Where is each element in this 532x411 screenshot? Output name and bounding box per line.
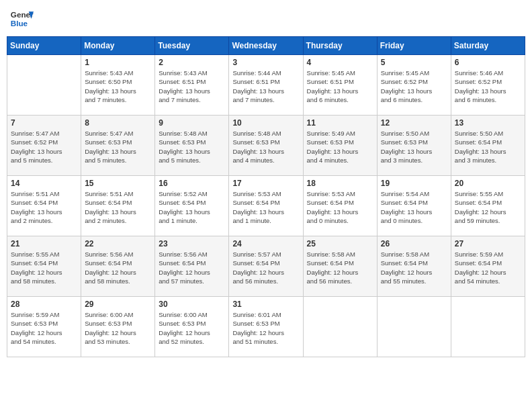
- day-number: 1: [85, 58, 151, 67]
- calendar-cell: 10Sunrise: 5:48 AMSunset: 6:53 PMDayligh…: [229, 116, 303, 176]
- day-number: 31: [232, 300, 299, 309]
- day-info: Sunrise: 5:43 AMSunset: 6:50 PMDaylight:…: [85, 68, 151, 104]
- calendar-cell: 13Sunrise: 5:50 AMSunset: 6:54 PMDayligh…: [451, 116, 525, 176]
- calendar-header-row: SundayMondayTuesdayWednesdayThursdayFrid…: [7, 37, 525, 55]
- day-info: Sunrise: 6:01 AMSunset: 6:53 PMDaylight:…: [232, 310, 299, 346]
- logo: General Blue: [9, 7, 34, 31]
- day-number: 15: [85, 179, 151, 188]
- day-info: Sunrise: 5:57 AMSunset: 6:54 PMDaylight:…: [232, 250, 299, 285]
- day-info: Sunrise: 5:59 AMSunset: 6:53 PMDaylight:…: [11, 310, 77, 346]
- calendar-cell: 3Sunrise: 5:44 AMSunset: 6:51 PMDaylight…: [229, 55, 303, 116]
- day-number: 22: [85, 239, 151, 248]
- day-number: 25: [307, 239, 373, 248]
- calendar-cell: [7, 55, 81, 116]
- day-number: 6: [455, 58, 521, 67]
- calendar-cell: 5Sunrise: 5:45 AMSunset: 6:52 PMDaylight…: [377, 55, 451, 116]
- calendar-table: SundayMondayTuesdayWednesdayThursdayFrid…: [7, 36, 525, 357]
- day-number: 10: [232, 118, 299, 128]
- day-info: Sunrise: 5:51 AMSunset: 6:54 PMDaylight:…: [11, 189, 77, 225]
- calendar-cell: 9Sunrise: 5:48 AMSunset: 6:53 PMDaylight…: [155, 116, 229, 176]
- calendar-cell: 7Sunrise: 5:47 AMSunset: 6:52 PMDaylight…: [7, 116, 81, 176]
- calendar-cell: 11Sunrise: 5:49 AMSunset: 6:53 PMDayligh…: [303, 116, 377, 176]
- svg-text:Blue: Blue: [11, 19, 28, 28]
- calendar-cell: 18Sunrise: 5:53 AMSunset: 6:54 PMDayligh…: [303, 176, 377, 236]
- calendar-week-3: 14Sunrise: 5:51 AMSunset: 6:54 PMDayligh…: [7, 176, 525, 236]
- day-number: 14: [11, 179, 77, 188]
- column-header-tuesday: Tuesday: [155, 37, 229, 55]
- calendar-cell: 20Sunrise: 5:55 AMSunset: 6:54 PMDayligh…: [451, 176, 525, 236]
- calendar-cell: 14Sunrise: 5:51 AMSunset: 6:54 PMDayligh…: [7, 176, 81, 236]
- column-header-saturday: Saturday: [451, 37, 525, 55]
- calendar-cell: 1Sunrise: 5:43 AMSunset: 6:50 PMDaylight…: [81, 55, 155, 116]
- day-number: 13: [455, 118, 521, 128]
- day-number: 17: [232, 179, 299, 188]
- day-info: Sunrise: 5:48 AMSunset: 6:53 PMDaylight:…: [159, 129, 225, 165]
- calendar-body: 1Sunrise: 5:43 AMSunset: 6:50 PMDaylight…: [7, 55, 525, 357]
- page-header: General Blue: [7, 7, 525, 31]
- day-info: Sunrise: 5:53 AMSunset: 6:54 PMDaylight:…: [232, 189, 299, 225]
- column-header-sunday: Sunday: [7, 37, 81, 55]
- day-number: 12: [381, 118, 447, 128]
- day-info: Sunrise: 5:45 AMSunset: 6:51 PMDaylight:…: [307, 68, 373, 104]
- day-number: 26: [381, 239, 447, 248]
- calendar-week-4: 21Sunrise: 5:55 AMSunset: 6:54 PMDayligh…: [7, 236, 525, 297]
- calendar-cell: 2Sunrise: 5:43 AMSunset: 6:51 PMDaylight…: [155, 55, 229, 116]
- day-number: 21: [11, 239, 77, 248]
- day-number: 28: [11, 300, 77, 309]
- day-info: Sunrise: 6:00 AMSunset: 6:53 PMDaylight:…: [159, 310, 225, 346]
- calendar-cell: 4Sunrise: 5:45 AMSunset: 6:51 PMDaylight…: [303, 55, 377, 116]
- day-info: Sunrise: 5:52 AMSunset: 6:54 PMDaylight:…: [159, 189, 225, 225]
- calendar-cell: 29Sunrise: 6:00 AMSunset: 6:53 PMDayligh…: [81, 297, 155, 357]
- day-number: 11: [307, 118, 373, 128]
- day-info: Sunrise: 5:54 AMSunset: 6:54 PMDaylight:…: [381, 189, 447, 225]
- day-number: 19: [381, 179, 447, 188]
- day-info: Sunrise: 5:49 AMSunset: 6:53 PMDaylight:…: [307, 129, 373, 165]
- calendar-cell: 31Sunrise: 6:01 AMSunset: 6:53 PMDayligh…: [229, 297, 303, 357]
- calendar-cell: 17Sunrise: 5:53 AMSunset: 6:54 PMDayligh…: [229, 176, 303, 236]
- calendar-cell: 28Sunrise: 5:59 AMSunset: 6:53 PMDayligh…: [7, 297, 81, 357]
- day-info: Sunrise: 5:44 AMSunset: 6:51 PMDaylight:…: [232, 68, 299, 104]
- day-number: 23: [159, 239, 225, 248]
- day-info: Sunrise: 6:00 AMSunset: 6:53 PMDaylight:…: [85, 310, 151, 346]
- calendar-week-2: 7Sunrise: 5:47 AMSunset: 6:52 PMDaylight…: [7, 116, 525, 176]
- calendar-cell: 23Sunrise: 5:56 AMSunset: 6:54 PMDayligh…: [155, 236, 229, 297]
- day-info: Sunrise: 5:47 AMSunset: 6:52 PMDaylight:…: [11, 129, 77, 165]
- day-number: 5: [381, 58, 447, 67]
- logo-icon: General Blue: [9, 7, 34, 31]
- calendar-cell: 24Sunrise: 5:57 AMSunset: 6:54 PMDayligh…: [229, 236, 303, 297]
- day-info: Sunrise: 5:48 AMSunset: 6:53 PMDaylight:…: [232, 129, 299, 165]
- calendar-cell: 16Sunrise: 5:52 AMSunset: 6:54 PMDayligh…: [155, 176, 229, 236]
- day-number: 4: [307, 58, 373, 67]
- day-info: Sunrise: 5:58 AMSunset: 6:54 PMDaylight:…: [381, 250, 447, 285]
- day-number: 7: [11, 118, 77, 128]
- day-info: Sunrise: 5:47 AMSunset: 6:53 PMDaylight:…: [85, 129, 151, 165]
- calendar-week-5: 28Sunrise: 5:59 AMSunset: 6:53 PMDayligh…: [7, 297, 525, 357]
- day-info: Sunrise: 5:45 AMSunset: 6:52 PMDaylight:…: [381, 68, 447, 104]
- calendar-cell: 19Sunrise: 5:54 AMSunset: 6:54 PMDayligh…: [377, 176, 451, 236]
- column-header-wednesday: Wednesday: [229, 37, 303, 55]
- day-number: 27: [455, 239, 521, 248]
- column-header-friday: Friday: [377, 37, 451, 55]
- day-info: Sunrise: 5:46 AMSunset: 6:52 PMDaylight:…: [455, 68, 521, 104]
- calendar-cell: 22Sunrise: 5:56 AMSunset: 6:54 PMDayligh…: [81, 236, 155, 297]
- calendar-cell: [377, 297, 451, 357]
- day-info: Sunrise: 5:50 AMSunset: 6:54 PMDaylight:…: [455, 129, 521, 165]
- day-number: 18: [307, 179, 373, 188]
- day-number: 16: [159, 179, 225, 188]
- calendar-week-1: 1Sunrise: 5:43 AMSunset: 6:50 PMDaylight…: [7, 55, 525, 116]
- day-number: 24: [232, 239, 299, 248]
- day-info: Sunrise: 5:56 AMSunset: 6:54 PMDaylight:…: [159, 250, 225, 285]
- day-number: 9: [159, 118, 225, 128]
- day-info: Sunrise: 5:55 AMSunset: 6:54 PMDaylight:…: [11, 250, 77, 285]
- calendar-cell: [451, 297, 525, 357]
- column-header-thursday: Thursday: [303, 37, 377, 55]
- calendar-cell: 25Sunrise: 5:58 AMSunset: 6:54 PMDayligh…: [303, 236, 377, 297]
- day-number: 8: [85, 118, 151, 128]
- calendar-cell: 21Sunrise: 5:55 AMSunset: 6:54 PMDayligh…: [7, 236, 81, 297]
- calendar-cell: 15Sunrise: 5:51 AMSunset: 6:54 PMDayligh…: [81, 176, 155, 236]
- day-number: 2: [159, 58, 225, 67]
- day-number: 3: [232, 58, 299, 67]
- day-info: Sunrise: 5:56 AMSunset: 6:54 PMDaylight:…: [85, 250, 151, 285]
- column-header-monday: Monday: [81, 37, 155, 55]
- day-info: Sunrise: 5:50 AMSunset: 6:53 PMDaylight:…: [381, 129, 447, 165]
